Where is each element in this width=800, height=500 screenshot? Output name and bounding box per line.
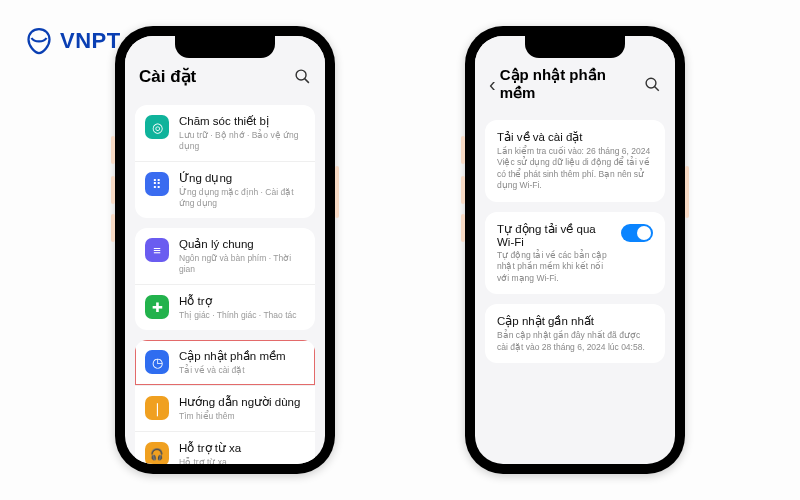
row-sub: Ngôn ngữ và bàn phím · Thời gian	[179, 253, 305, 275]
row-sub: Hỗ trợ từ xa	[179, 457, 305, 464]
section-title: Tự động tải về qua Wi-Fi	[497, 222, 613, 248]
apps-icon: ⠿	[145, 172, 169, 196]
row-general[interactable]: ≡ Quản lý chung Ngôn ngữ và bàn phím · T…	[135, 228, 315, 284]
notch	[175, 36, 275, 58]
search-icon[interactable]	[294, 68, 311, 85]
page-title: Cài đặt	[139, 66, 196, 87]
row-sub: Ứng dụng mặc định · Cài đặt ứng dụng	[179, 187, 305, 209]
settings-group-2: ≡ Quản lý chung Ngôn ngữ và bàn phím · T…	[135, 228, 315, 330]
svg-line-1	[305, 79, 309, 83]
section-sub: Tự động tải về các bản cập nhật phần mềm…	[497, 250, 613, 284]
svg-point-0	[296, 70, 306, 80]
row-title: Hỗ trợ từ xa	[179, 441, 305, 456]
software-update-icon: ◷	[145, 350, 169, 374]
row-device-care[interactable]: ◎ Chăm sóc thiết bị Lưu trữ · Bộ nhớ · B…	[135, 105, 315, 161]
notch	[525, 36, 625, 58]
phone-right: ‹ Cập nhật phần mềm Tải về và cài đặt Lầ…	[465, 26, 685, 474]
row-title: Cập nhật phần mềm	[179, 349, 305, 364]
row-sub: Tải về và cài đặt	[179, 365, 305, 376]
row-title: Hướng dẫn người dùng	[179, 395, 305, 410]
section-sub: Lần kiểm tra cuối vào: 26 tháng 6, 2024 …	[497, 146, 653, 192]
row-title: Hỗ trợ	[179, 294, 305, 309]
row-title: Ứng dụng	[179, 171, 305, 186]
general-icon: ≡	[145, 238, 169, 262]
settings-group-3: ◷ Cập nhật phần mềm Tải về và cài đặt ❘ …	[135, 340, 315, 464]
settings-group-1: ◎ Chăm sóc thiết bị Lưu trữ · Bộ nhớ · B…	[135, 105, 315, 218]
row-user-manual[interactable]: ❘ Hướng dẫn người dùng Tìm hiểu thêm	[135, 385, 315, 431]
back-icon[interactable]: ‹	[489, 74, 496, 94]
user-manual-icon: ❘	[145, 396, 169, 420]
row-accessibility[interactable]: ✚ Hỗ trợ Thị giác · Thính giác · Thao tá…	[135, 284, 315, 330]
settings-list: ◎ Chăm sóc thiết bị Lưu trữ · Bộ nhớ · B…	[125, 105, 325, 464]
section-title: Cập nhật gần nhất	[497, 314, 653, 328]
section-title: Tải về và cài đặt	[497, 130, 653, 144]
section-last-update[interactable]: Cập nhật gần nhất Bản cập nhật gần đây n…	[485, 304, 665, 363]
section-sub: Bản cập nhật gần đây nhất đã được cài đặ…	[497, 330, 653, 353]
row-apps[interactable]: ⠿ Ứng dụng Ứng dụng mặc định · Cài đặt ứ…	[135, 161, 315, 218]
accessibility-icon: ✚	[145, 295, 169, 319]
auto-wifi-toggle[interactable]	[621, 224, 653, 242]
row-sub: Thị giác · Thính giác · Thao tác	[179, 310, 305, 321]
device-care-icon: ◎	[145, 115, 169, 139]
page-title: Cập nhật phần mềm	[500, 66, 644, 102]
svg-point-2	[646, 78, 656, 88]
screen-left: Cài đặt ◎ Chăm sóc thiết bị Lưu trữ · Bộ…	[125, 36, 325, 464]
row-title: Chăm sóc thiết bị	[179, 114, 305, 129]
section-download-install[interactable]: Tải về và cài đặt Lần kiểm tra cuối vào:…	[485, 120, 665, 202]
phone-left: Cài đặt ◎ Chăm sóc thiết bị Lưu trữ · Bộ…	[115, 26, 335, 474]
section-auto-wifi: Tự động tải về qua Wi-Fi Tự động tải về …	[485, 212, 665, 294]
search-icon[interactable]	[644, 76, 661, 93]
screen-right: ‹ Cập nhật phần mềm Tải về và cài đặt Lầ…	[475, 36, 675, 464]
row-software-update[interactable]: ◷ Cập nhật phần mềm Tải về và cài đặt	[135, 340, 315, 385]
row-sub: Lưu trữ · Bộ nhớ · Bảo vệ ứng dụng	[179, 130, 305, 152]
svg-line-3	[655, 86, 659, 90]
row-title: Quản lý chung	[179, 237, 305, 252]
phone-mockups: Cài đặt ◎ Chăm sóc thiết bị Lưu trữ · Bộ…	[0, 26, 800, 474]
update-content: Tải về và cài đặt Lần kiểm tra cuối vào:…	[475, 120, 675, 373]
row-sub: Tìm hiểu thêm	[179, 411, 305, 422]
row-remote-support[interactable]: 🎧 Hỗ trợ từ xa Hỗ trợ từ xa	[135, 431, 315, 464]
remote-support-icon: 🎧	[145, 442, 169, 464]
